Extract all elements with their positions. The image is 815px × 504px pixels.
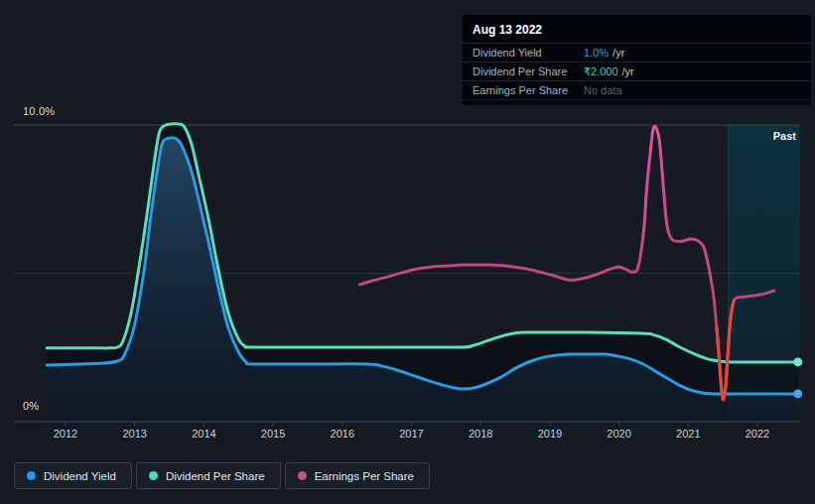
tooltip-value: ₹2.000 [584,65,618,78]
x-axis-label: 2015 [261,428,285,440]
tooltip-bottom-divider [463,99,811,105]
legend-item-earnings-per-share[interactable]: Earnings Per Share [285,462,430,489]
legend-label: Earnings Per Share [315,470,414,482]
x-axis-label: 2021 [676,428,700,440]
chart-legend: Dividend Yield Dividend Per Share Earnin… [14,462,430,489]
tooltip-date: Aug 13 2022 [463,15,811,43]
tooltip-value: 1.0% [584,47,609,59]
legend-label: Dividend Per Share [166,470,265,482]
x-axis-label: 2020 [607,428,630,440]
dividend-yield-dot-icon [27,471,36,480]
tooltip-label: Dividend Yield [473,47,584,59]
earnings-per-share-dot-icon [298,471,307,480]
tooltip-value: No data [584,84,622,96]
x-axis-label: 2014 [192,428,215,440]
tooltip-suffix: /yr [622,65,634,77]
dividend-per-share-end-marker [793,357,802,366]
page-background: { "tooltip": { "date": "Aug 13 2022", "r… [0,0,815,504]
legend-label: Dividend Yield [44,470,116,482]
x-axis-label: 2022 [746,428,769,440]
tooltip-suffix: /yr [612,47,624,59]
past-region-label: Past [752,130,796,142]
y-axis-label-zero: 0% [23,400,39,412]
legend-item-dividend-per-share[interactable]: Dividend Per Share [136,462,281,489]
y-axis-label-top: 10.0% [23,105,55,117]
x-axis-label: 2018 [469,428,492,440]
tooltip-row-dividend-yield: Dividend Yield 1.0% /yr [463,43,811,62]
x-axis-label: 2012 [54,428,77,440]
x-axis-label: 2019 [538,428,562,440]
x-axis-label: 2013 [122,428,146,440]
x-axis-label: 2017 [399,428,423,440]
legend-item-dividend-yield[interactable]: Dividend Yield [14,462,132,489]
dividend-yield-end-marker [793,389,802,398]
tooltip-row-earnings-per-share: Earnings Per Share No data [463,80,811,99]
tooltip-label: Earnings Per Share [473,84,584,96]
tooltip-row-dividend-per-share: Dividend Per Share ₹2.000 /yr [463,62,811,80]
chart-tooltip: Aug 13 2022 Dividend Yield 1.0% /yr Divi… [463,15,811,105]
tooltip-label: Dividend Per Share [473,65,584,77]
x-axis-label: 2016 [331,428,354,440]
dividend-per-share-dot-icon [149,471,158,480]
